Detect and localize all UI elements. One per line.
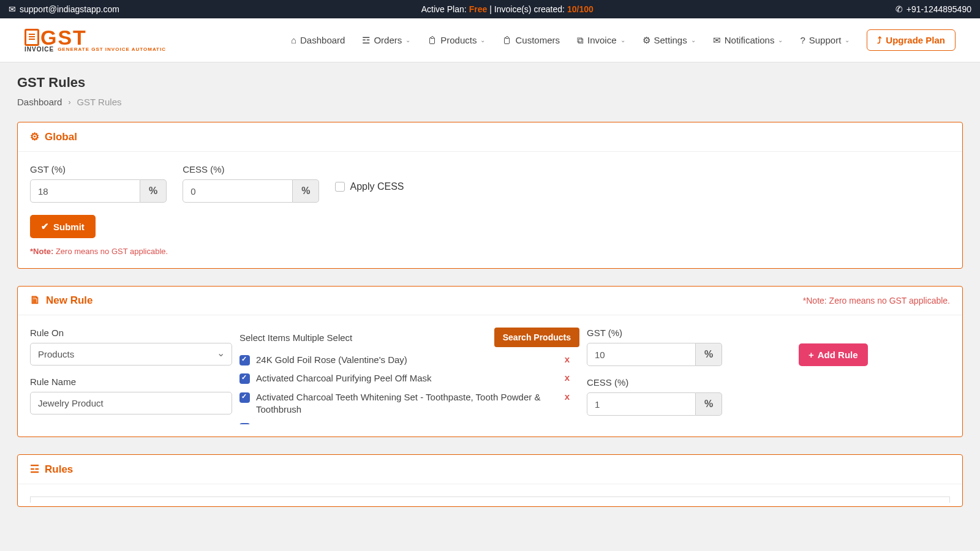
list-item[interactable]: Activated Charcoal Purifying Peel Off Ma… [239, 369, 579, 388]
envelope-icon: ✉ [713, 35, 721, 46]
list-item[interactable]: Activated Charcoal Teeth Whitening Set -… [239, 388, 579, 419]
new-rule-gst-label: GST (%) [587, 328, 720, 338]
rule-on-label: Rule On [30, 328, 232, 338]
active-plan-value: Free [469, 4, 488, 14]
check-circle-icon: ✔ [41, 221, 49, 232]
chevron-down-icon: ⌄ [845, 37, 850, 43]
nav-orders[interactable]: ☲Orders⌄ [362, 35, 410, 46]
rule-name-label: Rule Name [30, 377, 232, 387]
global-header: Global [45, 131, 77, 143]
global-note: *Note: Zero means no GST applicable. [30, 247, 950, 256]
chevron-down-icon: ⌄ [620, 37, 625, 43]
cess-input[interactable] [183, 179, 293, 203]
invoices-value: 10/100 [567, 4, 594, 14]
remove-item-button[interactable]: x [565, 354, 575, 364]
sliders-icon: ⚙ [30, 130, 39, 143]
clipboard-icon: 📋︎ [428, 35, 437, 45]
percent-icon: % [140, 179, 167, 203]
gear-icon: ⚙ [643, 35, 650, 46]
breadcrumb-current: GST Rules [77, 97, 121, 107]
navbar: GST INVOICE GENERATE GST INVOICE AUTOMAT… [0, 18, 980, 62]
list-icon: ☲ [362, 35, 370, 46]
chevron-down-icon: ⌄ [405, 37, 410, 43]
list-item[interactable]: Anti-Snoring Device x [239, 419, 579, 424]
cess-label: CESS (%) [183, 164, 319, 174]
active-plan-label: Active Plan: [421, 4, 467, 14]
mail-icon: ✉ [9, 4, 16, 14]
apply-cess-label: Apply CESS [350, 181, 404, 192]
rule-on-select[interactable]: Products [30, 343, 232, 365]
nav-notifications[interactable]: ✉Notifications⌄ [713, 35, 783, 46]
remove-item-button[interactable]: x [565, 422, 575, 424]
nav-products[interactable]: 📋︎Products⌄ [428, 35, 485, 45]
rocket-icon: ⤴ [877, 35, 882, 45]
rules-card: ☲ Rules [17, 454, 963, 507]
item-checkbox[interactable] [239, 355, 250, 365]
home-icon: ⌂ [291, 35, 296, 45]
gst-input[interactable] [30, 179, 140, 203]
global-card: ⚙ Global GST (%) % CESS (%) % [17, 122, 963, 269]
question-icon: ? [800, 35, 805, 45]
apply-cess-checkbox[interactable] [335, 182, 345, 192]
item-checkbox[interactable] [239, 373, 250, 384]
phone-icon: ✆ [895, 4, 903, 14]
percent-icon: % [696, 343, 722, 366]
logo-icon [24, 29, 39, 46]
breadcrumb-home[interactable]: Dashboard [17, 97, 62, 107]
topbar: ✉ support@indiagstapp.com Active Plan: F… [0, 0, 980, 18]
list-icon: ☲ [30, 463, 39, 476]
new-rule-cess-label: CESS (%) [587, 377, 720, 388]
percent-icon: % [293, 179, 319, 203]
new-rule-card: 🗎 New Rule *Note: Zero means no GST appl… [17, 286, 963, 437]
item-checkbox[interactable] [239, 423, 250, 424]
nav-dashboard[interactable]: ⌂Dashboard [291, 35, 345, 45]
chevron-down-icon: ⌄ [480, 37, 485, 43]
support-email[interactable]: support@indiagstapp.com [20, 4, 119, 14]
remove-item-button[interactable]: x [565, 391, 575, 402]
gst-label: GST (%) [30, 164, 167, 174]
upgrade-plan-button[interactable]: ⤴Upgrade Plan [867, 29, 956, 51]
chevron-down-icon: ⌄ [778, 37, 783, 43]
chevron-right-icon: › [68, 98, 70, 107]
rules-header: Rules [45, 463, 73, 476]
chevron-down-icon: ⌄ [691, 37, 696, 43]
plus-icon: + [809, 350, 814, 360]
new-rule-cess-input[interactable] [587, 392, 696, 416]
support-phone[interactable]: +91-1244895490 [907, 4, 971, 14]
submit-button[interactable]: ✔ Submit [30, 215, 96, 238]
file-icon: 🗎 [30, 294, 40, 307]
search-products-button[interactable]: Search Products [494, 328, 579, 347]
rule-name-input[interactable] [30, 392, 232, 414]
logo[interactable]: GST INVOICE GENERATE GST INVOICE AUTOMAT… [24, 28, 166, 53]
remove-item-button[interactable]: x [565, 372, 575, 383]
clipboard-icon: 📋︎ [502, 35, 511, 45]
nav-customers[interactable]: 📋︎Customers [502, 35, 560, 45]
new-rule-note: *Note: Zero means no GST applicable. [803, 296, 950, 305]
new-rule-header: New Rule [46, 294, 93, 307]
nav-invoice[interactable]: ⧉Invoice⌄ [577, 35, 625, 46]
nav-settings[interactable]: ⚙Settings⌄ [643, 35, 696, 46]
new-rule-gst-input[interactable] [587, 343, 696, 366]
item-checkbox[interactable] [239, 392, 250, 403]
invoices-label: | Invoice(s) created: [489, 4, 565, 14]
percent-icon: % [696, 392, 722, 416]
add-rule-button[interactable]: + Add Rule [799, 343, 868, 366]
list-item[interactable]: 24K Gold Foil Rose (Valentine's Day) x [239, 351, 579, 369]
copy-icon: ⧉ [577, 35, 584, 46]
select-items-label: Select Items Multiple Select [239, 332, 352, 343]
nav-support[interactable]: ?Support⌄ [800, 35, 850, 45]
page-title: GST Rules [17, 75, 963, 91]
breadcrumb: Dashboard › GST Rules [17, 97, 963, 107]
items-list[interactable]: 24K Gold Foil Rose (Valentine's Day) x A… [239, 351, 579, 424]
